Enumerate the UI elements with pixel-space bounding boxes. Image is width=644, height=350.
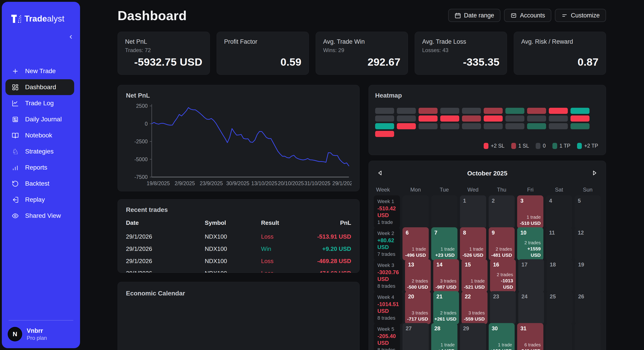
calendar-day-27[interactable]: 27 <box>402 323 429 350</box>
calendar-day-17[interactable]: 17 <box>518 259 544 292</box>
calendar-day-10[interactable]: 102 trades+1559 USD <box>517 227 544 260</box>
sidebar-item-label: Shared View <box>25 212 61 219</box>
calendar-prev-button[interactable] <box>376 169 384 178</box>
calendar-day-20[interactable]: 203 trades-717 USD <box>405 291 431 324</box>
legend-item: +2 TP <box>577 143 598 149</box>
week-label: Week 3 <box>378 262 399 268</box>
calendar-day-7[interactable]: 71 trade+23 USD <box>431 227 458 260</box>
stats-row: Net PnLTrades: 72-5932.75 USDProfit Fact… <box>118 32 606 75</box>
reports-icon <box>12 164 19 171</box>
economic-calendar-title: Economic Calendar <box>126 290 351 297</box>
calendar-day-1[interactable]: 1 <box>460 195 486 228</box>
sidebar-item-replay[interactable]: Replay <box>6 192 74 208</box>
sidebar-item-label: Trade Log <box>25 100 54 107</box>
calendar-day-18[interactable]: 18 <box>546 259 572 292</box>
week-summary-cell: Week 3-3020.76 USD8 trades <box>374 259 402 292</box>
eye-icon <box>12 212 19 219</box>
heatmap-cell-zero <box>440 108 459 114</box>
sidebar-item-reports[interactable]: Reports <box>6 160 74 176</box>
trade-date: 29/1/2026 <box>126 267 205 273</box>
heatmap-cell-zero <box>506 115 524 122</box>
calendar-day-15[interactable]: 151 trade-521 USD <box>462 259 487 292</box>
day-trades: 1 trade <box>520 214 541 220</box>
sidebar: Tradealyst New TradeDashboardTrade LogDa… <box>2 2 80 348</box>
stat-value: -5932.75 USD <box>125 56 202 68</box>
day-number: 10 <box>520 230 526 236</box>
avatar: N <box>8 327 22 341</box>
calendar-day-22[interactable]: 223 trades-559 USD <box>462 291 487 324</box>
calendar-day-28[interactable]: 281 trade+4 USD <box>431 323 458 350</box>
week-pnl: -205.40 USD <box>378 333 396 346</box>
stat-card-avg-trade-win: Avg. Trade WinWins: 29292.67 <box>316 32 408 75</box>
sidebar-collapse-button[interactable] <box>67 33 74 41</box>
calendar-day-24[interactable]: 24 <box>518 291 544 324</box>
week-label: Week 2 <box>378 231 396 236</box>
sidebar-item-shared-view[interactable]: Shared View <box>6 208 74 224</box>
calendar-day-31[interactable]: 316 trades-340 USD <box>517 323 544 350</box>
day-number: 3 <box>520 198 523 204</box>
brand-icon <box>11 14 21 23</box>
calendar-day-13[interactable]: 132 trades-500 USD <box>405 259 431 292</box>
calendar-day-empty <box>574 323 601 350</box>
svg-text:13/10/2025: 13/10/2025 <box>251 181 277 186</box>
customize-button[interactable]: Customize <box>555 9 606 22</box>
calendar-day-6[interactable]: 61 trade-496 USD <box>402 227 429 260</box>
date-range-button[interactable]: Date range <box>448 9 501 22</box>
stat-label: Avg. Trade Loss <box>422 38 500 45</box>
calendar-month-title: October 2025 <box>467 170 507 177</box>
calendar-day-23[interactable]: 23 <box>490 291 516 324</box>
heatmap-cell-sl2 <box>397 123 416 129</box>
svg-text:30/9/2025: 30/9/2025 <box>226 181 249 186</box>
calendar-day-26[interactable]: 26 <box>575 291 601 324</box>
table-row[interactable]: 29/1/2026NDX100Win+9.20 USD <box>126 243 351 255</box>
calendar-next-button[interactable] <box>590 169 598 178</box>
user-name: Vnbrr <box>27 327 47 334</box>
stat-value: 0.59 <box>224 56 302 68</box>
user-profile[interactable]: N Vnbrr Pro plan <box>8 327 74 341</box>
sidebar-item-notebook[interactable]: Notebook <box>6 127 74 143</box>
trade-pnl: +9.20 USD <box>306 243 351 255</box>
day-number: 31 <box>520 325 526 332</box>
calendar-day-12[interactable]: 12 <box>574 227 601 260</box>
trade-log-icon <box>12 100 19 107</box>
trade-date: 29/1/2026 <box>126 231 205 243</box>
stat-card-profit-factor: Profit Factor0.59 <box>217 32 309 75</box>
day-trades: 2 trades <box>491 246 512 252</box>
calendar-day-19[interactable]: 19 <box>575 259 601 292</box>
calendar-day-2[interactable]: 2 <box>489 195 515 228</box>
sidebar-item-dashboard[interactable]: Dashboard <box>6 79 74 95</box>
heatmap-cell-zero <box>375 108 394 114</box>
sidebar-item-backtest[interactable]: Backtest <box>6 176 74 192</box>
recent-trades-card: Recent trades DateSymbolResultPnL 29/1/2… <box>118 199 360 273</box>
accounts-button[interactable]: Accounts <box>504 9 551 22</box>
calendar-day-3[interactable]: 31 trade-510 USD <box>517 195 544 228</box>
day-pnl: -521 USD <box>464 284 485 290</box>
calendar-day-11[interactable]: 11 <box>546 227 572 260</box>
calendar-day-9[interactable]: 92 trades-481 USD <box>489 227 515 260</box>
sidebar-item-daily-journal[interactable]: Daily Journal <box>6 111 74 127</box>
column-header-result: Result <box>261 218 306 231</box>
sidebar-item-label: Dashboard <box>25 84 56 91</box>
sidebar-item-strategies[interactable]: ♘Strategies <box>6 143 74 159</box>
calendar-day-16[interactable]: 162 trades-1013 USD <box>490 259 516 292</box>
calendar-day-8[interactable]: 81 trade-526 USD <box>460 227 486 260</box>
calendar-day-25[interactable]: 25 <box>546 291 572 324</box>
heatmap-cell-sl2 <box>549 108 568 114</box>
calendar-day-30[interactable]: 301 trade+130 USD <box>489 323 515 350</box>
day-trades: 1 trade <box>490 342 512 348</box>
table-row[interactable]: 29/1/2026NDX100Loss-513.91 USD <box>126 231 351 243</box>
day-trades: 6 trades <box>520 342 541 348</box>
table-row[interactable]: 29/1/2026NDX100Loss-469.28 USD <box>126 255 351 267</box>
day-pnl: -526 USD <box>462 252 483 258</box>
calendar-day-14[interactable]: 143 trades-987 USD <box>433 259 459 292</box>
calendar-day-21[interactable]: 212 trades+261 USD <box>433 291 459 324</box>
calendar-day-4[interactable]: 4 <box>546 195 572 228</box>
calendar-day-5[interactable]: 5 <box>574 195 601 228</box>
sidebar-item-new-trade[interactable]: New Trade <box>6 63 74 79</box>
heatmap-cell-sl2 <box>440 115 459 122</box>
stat-card-avg-trade-loss: Avg. Trade LossLosses: 43-335.35 <box>415 32 507 75</box>
svg-text:-2500: -2500 <box>134 138 148 144</box>
calendar-day-29[interactable]: 29 <box>460 323 486 350</box>
table-row[interactable]: 29/1/2026NDX100Loss-474.63 USD <box>126 267 351 273</box>
sidebar-item-trade-log[interactable]: Trade Log <box>6 95 74 111</box>
